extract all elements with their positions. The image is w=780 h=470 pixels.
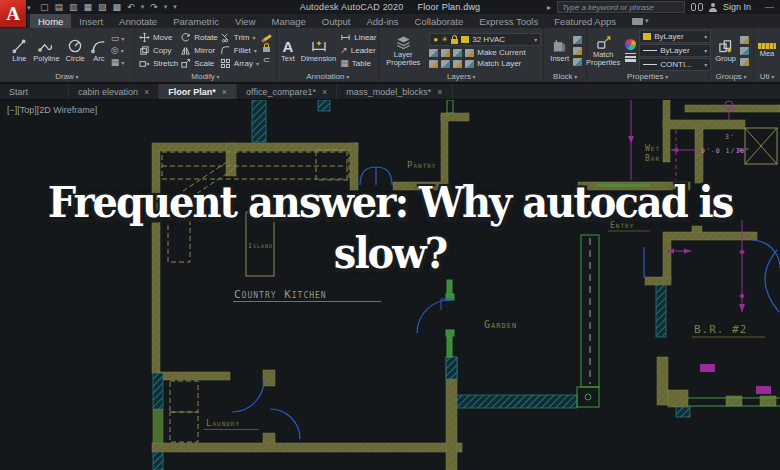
panel-footer-utilities[interactable]: Uti: [754, 71, 780, 82]
lineweight-dropdown[interactable]: ByLayer ▾: [639, 44, 711, 57]
doc-tab-start[interactable]: Start: [0, 84, 69, 99]
export-icon[interactable]: ▧: [98, 2, 107, 12]
tool-polyline[interactable]: Polyline: [31, 38, 61, 63]
panel-footer-draw[interactable]: Draw: [0, 71, 134, 82]
ribbon-tab-parametric[interactable]: Parametric: [165, 14, 227, 28]
ribbon-tab-annotate[interactable]: Annotate: [111, 14, 165, 28]
save-as-icon[interactable]: ▦: [84, 2, 93, 12]
tool-insert[interactable]: Insert: [548, 39, 571, 63]
tool-array[interactable]: Array▾: [220, 58, 259, 70]
erase-icon[interactable]: [261, 34, 272, 43]
tool-hatch[interactable]: ▦▾: [111, 58, 125, 67]
plot-icon[interactable]: ▩: [113, 2, 122, 12]
panel-footer-block[interactable]: Block: [544, 71, 586, 82]
panel-footer-layers[interactable]: Layers: [379, 71, 543, 82]
viewport-view-control[interactable]: [Top]: [17, 105, 37, 115]
tool-table[interactable]: ▦Table: [340, 58, 376, 70]
doc-tab-floor-plan[interactable]: Floor Plan*×: [159, 84, 237, 99]
tool-scale[interactable]: Scale: [180, 58, 218, 70]
ribbon-tab-manage[interactable]: Manage: [264, 14, 314, 28]
layer-dropdown[interactable]: ● ☀ 32 HVAC ▾: [429, 33, 541, 46]
tool-measure[interactable]: Mea: [756, 43, 778, 58]
group-tool-icon[interactable]: [740, 36, 749, 44]
open-file-icon[interactable]: ▤: [55, 2, 64, 12]
qat-customize-icon[interactable]: ▾: [173, 3, 177, 11]
tool-stretch[interactable]: Stretch: [139, 58, 178, 70]
block-tool-icon[interactable]: [573, 58, 582, 66]
logo-caret-icon[interactable]: ▾: [27, 4, 31, 12]
tool-circle[interactable]: Circle: [64, 38, 87, 63]
ribbon-tab-home[interactable]: Home: [30, 14, 71, 28]
panel-footer-groups[interactable]: Groups: [709, 71, 753, 82]
ribbon-tab-collaborate[interactable]: Collaborate: [407, 14, 472, 28]
tool-label: Make Current: [477, 48, 525, 57]
ribbon-tab-featured-apps[interactable]: Featured Apps: [546, 14, 624, 28]
doc-tab-cabin-elevation[interactable]: cabin elevation×: [69, 84, 159, 99]
tool-copy[interactable]: Copy: [139, 45, 178, 57]
tool-line[interactable]: Line: [9, 38, 29, 63]
viewport-visual-style-control[interactable]: [2D Wireframe]: [37, 105, 98, 115]
autocad-logo[interactable]: A: [0, 0, 27, 27]
save-icon[interactable]: ▥: [69, 2, 78, 12]
tool-make-current[interactable]: Make Current: [429, 48, 541, 57]
tool-rectangle[interactable]: ▭▾: [111, 34, 125, 43]
tool-linear[interactable]: Linear: [340, 32, 376, 44]
doc-tab-office-compare[interactable]: office_compare1*×: [237, 84, 337, 99]
tool-arc[interactable]: Arc: [89, 38, 109, 63]
redo-icon[interactable]: ↷: [150, 2, 158, 12]
tool-mirror[interactable]: Mirror: [180, 45, 218, 57]
tool-fillet[interactable]: Fillet▾: [220, 45, 259, 57]
tool-ellipse[interactable]: ◎▾: [111, 46, 125, 55]
tool-group[interactable]: Group: [713, 39, 738, 63]
search-binoculars-icon[interactable]: [691, 3, 703, 11]
close-icon[interactable]: ×: [144, 87, 149, 97]
close-icon[interactable]: ×: [222, 87, 227, 97]
layer-tool-icon: [465, 60, 474, 68]
group-tool-icon[interactable]: [740, 58, 749, 66]
panel-footer-annotation[interactable]: Annotation: [277, 71, 378, 82]
caret-icon: ▾: [121, 47, 124, 54]
tool-trim[interactable]: Trim▾: [220, 32, 259, 44]
block-tool-icon[interactable]: [573, 36, 582, 44]
color-wheel-icon[interactable]: [625, 39, 636, 50]
panel-footer-modify[interactable]: Modify: [135, 71, 277, 82]
ribbon-tab-view[interactable]: View: [227, 14, 263, 28]
object-color-dropdown[interactable]: ByLayer ▾: [639, 30, 711, 43]
lock-icon[interactable]: [263, 47, 270, 52]
linetype-dropdown[interactable]: CONTI... ▾: [639, 58, 711, 71]
tool-layer-properties[interactable]: Layer Properties: [381, 35, 425, 67]
tool-match-layer[interactable]: Match Layer: [429, 59, 541, 68]
linear-icon: [340, 32, 351, 43]
drawing-canvas[interactable]: [−] [Top] [2D Wireframe]: [0, 100, 780, 470]
search-flyout-icon[interactable]: ▸: [547, 3, 551, 12]
tool-label: Table: [352, 58, 371, 70]
tool-match-properties[interactable]: Match Properties: [584, 35, 622, 67]
ribbon-tab-insert[interactable]: Insert: [71, 14, 111, 28]
lineweight-icon[interactable]: [625, 53, 636, 62]
tool-leader[interactable]: ↗Leader: [340, 45, 376, 57]
magnet-icon[interactable]: ⊂: [263, 56, 271, 65]
close-icon[interactable]: ×: [437, 87, 442, 97]
tool-text[interactable]: A Text: [279, 39, 297, 63]
group-tool-icon[interactable]: [740, 47, 749, 55]
panel-footer-properties[interactable]: Properties: [587, 71, 708, 82]
block-tool-icon[interactable]: [573, 47, 582, 55]
redo-caret-icon[interactable]: ▾: [164, 3, 168, 11]
undo-icon[interactable]: ↶: [127, 2, 135, 12]
ribbon-tab-addins[interactable]: Add-ins: [358, 14, 406, 28]
tool-rotate[interactable]: Rotate: [180, 32, 218, 44]
new-file-icon[interactable]: ▢: [40, 2, 49, 12]
tool-dimension[interactable]: Dimension: [299, 38, 338, 63]
undo-caret-icon[interactable]: ▾: [141, 3, 145, 11]
doc-tab-mass-model-blocks[interactable]: mass_model_blocks*×: [337, 84, 452, 99]
sign-in-button[interactable]: Sign In: [723, 2, 751, 12]
viewport-minimize-control[interactable]: [−]: [7, 105, 17, 115]
tool-move[interactable]: Move: [139, 32, 178, 44]
ribbon-display-toggle[interactable]: ▾: [632, 14, 649, 28]
close-icon[interactable]: ×: [322, 87, 327, 97]
ribbon-tab-express-tools[interactable]: Express Tools: [471, 14, 546, 28]
ribbon-tab-output[interactable]: Output: [314, 14, 359, 28]
minimize-icon[interactable]: —: [765, 2, 774, 12]
user-icon[interactable]: [709, 3, 717, 12]
search-input[interactable]: [557, 1, 685, 13]
